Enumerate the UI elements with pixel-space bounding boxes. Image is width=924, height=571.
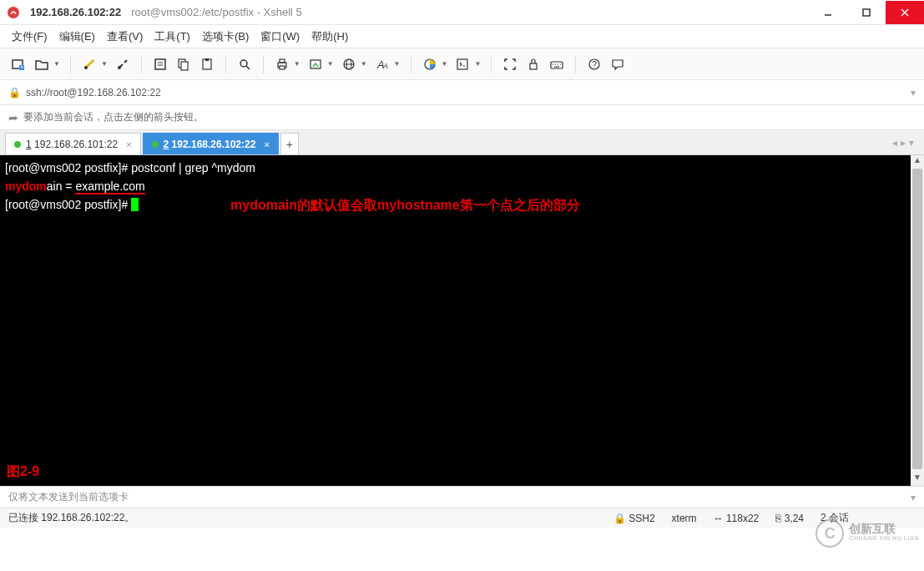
status-size: ↔ 118x22 xyxy=(714,513,760,524)
minimize-button[interactable] xyxy=(809,1,847,24)
watermark-logo-icon: C xyxy=(815,519,844,548)
tab-next-icon[interactable]: ▸ xyxy=(901,137,906,149)
menu-file[interactable]: 文件(F) xyxy=(12,29,48,44)
open-session-icon[interactable] xyxy=(32,54,52,74)
menu-window[interactable]: 窗口(W) xyxy=(260,29,300,44)
svg-point-8 xyxy=(84,66,88,69)
svg-rect-10 xyxy=(155,59,165,69)
separator xyxy=(263,55,264,73)
menu-tools[interactable]: 工具(T) xyxy=(154,29,190,44)
font-icon[interactable]: AA xyxy=(372,54,392,74)
tab-close-icon[interactable]: × xyxy=(264,139,269,149)
figure-label: 图2-9 xyxy=(7,463,39,481)
menu-tabs[interactable]: 选项卡(B) xyxy=(202,29,249,44)
tab-number: 2 xyxy=(164,139,169,150)
maximize-button[interactable] xyxy=(847,1,886,24)
command: postconf | grep ^mydom xyxy=(128,161,255,174)
watermark-sub: CHUANG XIN HU LIAN xyxy=(849,533,919,543)
status-bar: 已连接 192.168.26.102:22。 🔒 SSH2 xterm ↔ 11… xyxy=(0,508,924,528)
arrow-icon[interactable]: ➦ xyxy=(8,111,18,124)
status-dot-icon xyxy=(152,141,159,148)
script-icon[interactable] xyxy=(452,54,472,74)
session-tab-1[interactable]: 1 192.168.26.101:22 × xyxy=(5,133,141,154)
separator xyxy=(575,55,576,73)
tab-list-icon[interactable]: ▾ xyxy=(909,137,914,149)
svg-text:?: ? xyxy=(593,60,598,69)
dropdown-icon[interactable]: ▼ xyxy=(53,60,60,68)
help-icon[interactable]: ? xyxy=(584,54,604,74)
tab-label: 192.168.26.101:22 xyxy=(34,139,118,150)
xftp-icon[interactable] xyxy=(305,54,326,74)
output-key: mydom xyxy=(5,179,47,193)
status-ssh: 🔒 SSH2 xyxy=(613,513,655,524)
address-bar: 🔒 ssh://root@192.168.26.102:22 ▾ xyxy=(0,80,924,105)
tab-strip: 1 192.168.26.101:22 × 2 192.168.26.102:2… xyxy=(0,130,924,155)
scrollbar[interactable]: ▲ ▼ xyxy=(911,155,924,486)
lock-icon[interactable] xyxy=(523,54,543,74)
scroll-down-icon[interactable]: ▼ xyxy=(911,472,924,486)
status-term: xterm xyxy=(672,513,697,524)
svg-rect-30 xyxy=(530,63,537,69)
copy-icon[interactable] xyxy=(174,54,194,74)
svg-rect-31 xyxy=(551,62,563,68)
app-logo-icon xyxy=(7,6,20,19)
watermark: C 创新互联 CHUANG XIN HU LIAN xyxy=(815,519,919,548)
hint-bar: ➦ 要添加当前会话，点击左侧的箭头按钮。 xyxy=(0,105,924,130)
dropdown-icon[interactable]: ▼ xyxy=(101,60,108,68)
svg-point-9 xyxy=(118,66,121,69)
address-dropdown-icon[interactable]: ▾ xyxy=(911,87,916,99)
scroll-up-icon[interactable]: ▲ xyxy=(911,155,924,169)
paste-icon[interactable] xyxy=(197,54,217,74)
keyboard-icon[interactable] xyxy=(547,54,567,74)
address-text[interactable]: ssh://root@192.168.26.102:22 xyxy=(26,87,161,99)
toolbar: + ▼ ▼ ▼ ▼ ▼ AA▼ ▼ ▼ ? xyxy=(0,48,924,80)
svg-rect-16 xyxy=(205,58,209,61)
send-bar[interactable]: 仅将文本发送到当前选项卡 ▾ xyxy=(0,486,924,508)
chat-icon[interactable] xyxy=(608,54,628,74)
hint-text: 要添加当前会话，点击左侧的箭头按钮。 xyxy=(23,110,204,124)
separator xyxy=(411,55,412,73)
window-controls xyxy=(809,1,924,24)
terminal[interactable]: [root@vms002 postfix]# postconf | grep ^… xyxy=(0,155,924,486)
add-tab-button[interactable]: + xyxy=(280,133,299,154)
web-icon[interactable] xyxy=(339,54,359,74)
print-icon[interactable] xyxy=(272,54,292,74)
disconnect-icon[interactable] xyxy=(113,54,133,74)
properties-icon[interactable] xyxy=(150,54,170,74)
tab-close-icon[interactable]: × xyxy=(126,139,131,149)
dropdown-icon[interactable]: ▼ xyxy=(442,60,448,68)
dropdown-icon[interactable]: ▼ xyxy=(474,60,481,68)
dropdown-icon[interactable]: ▼ xyxy=(327,60,334,68)
send-bar-dropdown-icon[interactable]: ▾ xyxy=(911,492,916,503)
svg-line-18 xyxy=(246,66,250,69)
send-bar-text: 仅将文本发送到当前选项卡 xyxy=(8,490,129,504)
scroll-thumb[interactable] xyxy=(912,169,922,469)
find-icon[interactable] xyxy=(235,54,255,74)
fullscreen-icon[interactable] xyxy=(500,54,520,74)
svg-rect-2 xyxy=(863,9,870,16)
color-icon[interactable] xyxy=(420,54,440,74)
menu-view[interactable]: 查看(V) xyxy=(107,29,143,44)
output-eq: ain = xyxy=(47,179,76,193)
dropdown-icon[interactable]: ▼ xyxy=(361,60,367,68)
tab-label: 192.168.26.102:22 xyxy=(172,139,256,150)
svg-rect-21 xyxy=(280,66,285,69)
new-session-icon[interactable]: + xyxy=(8,54,28,74)
menu-help[interactable]: 帮助(H) xyxy=(311,29,348,44)
close-button[interactable] xyxy=(886,1,924,24)
svg-text:A: A xyxy=(382,62,388,70)
status-connection: 已连接 192.168.26.102:22。 xyxy=(8,511,134,525)
session-tab-2[interactable]: 2 192.168.26.102:22 × xyxy=(143,133,279,154)
cursor-icon xyxy=(131,198,139,211)
separator xyxy=(491,55,492,73)
output-value: example.com xyxy=(75,179,144,195)
watermark-name: 创新互联 xyxy=(849,523,919,533)
title-bar: 192.168.26.102:22 root@vms002:/etc/postf… xyxy=(0,0,924,25)
dropdown-icon[interactable]: ▼ xyxy=(294,60,300,68)
reconnect-icon[interactable] xyxy=(79,54,99,74)
dropdown-icon[interactable]: ▼ xyxy=(394,60,401,68)
separator xyxy=(225,55,226,73)
tab-prev-icon[interactable]: ◂ xyxy=(892,137,897,149)
tab-nav: ◂ ▸ ▾ xyxy=(892,130,919,154)
menu-edit[interactable]: 编辑(E) xyxy=(59,29,95,44)
